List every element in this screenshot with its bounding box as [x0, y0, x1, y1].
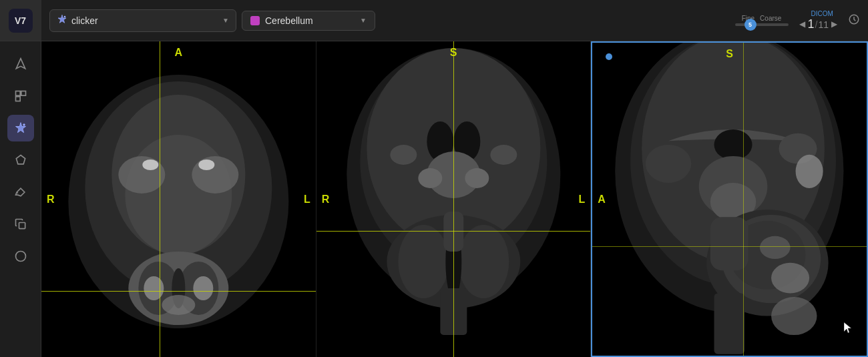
svg-point-32 — [418, 168, 442, 188]
dicom-next-button[interactable]: ▶ — [831, 19, 837, 29]
fine-coarse-slider[interactable]: 5 — [735, 23, 789, 26]
slider-track: 5 — [735, 23, 789, 26]
dicom-label: DICOM — [811, 10, 833, 17]
sidebar-item-brush[interactable] — [7, 179, 34, 206]
dicom-current-slice: 1 — [808, 17, 815, 31]
viewport-coronal[interactable]: S R L — [316, 41, 592, 357]
svg-point-56 — [646, 145, 691, 183]
viewport-sagittal[interactable]: S A — [591, 41, 868, 357]
topbar: clicker ▼ Cerebellum ▼ Fine Coarse 5 — [41, 0, 868, 41]
sidebar-item-circle[interactable] — [7, 243, 34, 270]
svg-point-41 — [490, 145, 517, 165]
axial-crosshair-h — [41, 291, 316, 292]
class-selector[interactable]: Cerebellum ▼ — [242, 11, 375, 31]
axial-label-right: L — [304, 194, 310, 206]
clock-icon[interactable] — [848, 13, 860, 28]
svg-rect-5 — [19, 223, 25, 229]
svg-point-3 — [23, 123, 25, 125]
svg-point-33 — [465, 168, 489, 188]
svg-point-59 — [771, 297, 817, 335]
coronal-label-right: L — [579, 194, 586, 206]
coarse-label: Coarse — [760, 15, 781, 22]
sidebar-item-polygon[interactable] — [7, 147, 34, 173]
svg-point-24 — [162, 295, 195, 315]
svg-point-15 — [192, 156, 238, 194]
svg-rect-0 — [15, 91, 20, 96]
class-dropdown-arrow: ▼ — [360, 17, 367, 24]
logo-button[interactable]: V7 — [0, 0, 41, 41]
sidebar-item-copy[interactable] — [7, 211, 34, 238]
coronal-crosshair-v — [453, 41, 454, 357]
sagittal-label-left: A — [598, 194, 606, 206]
tool-selector[interactable]: clicker ▼ — [49, 9, 236, 32]
svg-point-23 — [193, 276, 213, 300]
svg-rect-1 — [21, 91, 25, 96]
sidebar-item-navigate[interactable] — [7, 51, 34, 77]
svg-point-7 — [64, 15, 66, 17]
viewer-area: A R L — [41, 41, 868, 357]
svg-point-16 — [142, 159, 158, 170]
dicom-navigation: DICOM ◀ 1 / 11 ▶ — [799, 10, 837, 31]
svg-point-35 — [398, 225, 449, 298]
dicom-nav-controls: ◀ 1 / 11 ▶ — [799, 17, 837, 31]
svg-rect-2 — [15, 97, 20, 101]
slider-thumb[interactable]: 5 — [744, 19, 756, 31]
sidebar: V7 — [0, 0, 41, 357]
svg-point-40 — [390, 145, 417, 165]
svg-point-52 — [771, 263, 809, 294]
dicom-numbers: 1 / 11 — [808, 17, 829, 31]
main-content: clicker ▼ Cerebellum ▼ Fine Coarse 5 — [41, 0, 868, 357]
topbar-right: Fine Coarse 5 DICOM ◀ 1 / 11 — [735, 10, 860, 31]
cursor-icon — [844, 322, 853, 336]
svg-marker-4 — [16, 155, 25, 164]
fine-coarse-control: Fine Coarse 5 — [735, 15, 789, 26]
svg-point-53 — [760, 236, 791, 259]
tool-name-label: clicker — [71, 15, 218, 26]
coronal-label-top: S — [450, 47, 457, 59]
axial-label-left: R — [47, 194, 55, 206]
tool-dropdown-arrow: ▼ — [222, 17, 229, 24]
svg-point-58 — [796, 155, 823, 188]
sidebar-item-clicker[interactable] — [7, 115, 34, 141]
dicom-prev-button[interactable]: ◀ — [799, 19, 805, 29]
svg-rect-55 — [714, 293, 745, 354]
svg-point-22 — [144, 276, 164, 300]
viewport-axial[interactable]: A R L — [41, 41, 316, 357]
axial-crosshair-v — [160, 41, 160, 357]
class-name-label: Cerebellum — [265, 15, 355, 26]
svg-point-17 — [198, 159, 214, 170]
sidebar-item-view[interactable] — [7, 83, 34, 109]
svg-point-46 — [714, 129, 752, 160]
dicom-separator: / — [815, 19, 818, 30]
dicom-total-slices: 11 — [818, 19, 829, 30]
axial-label-top: A — [175, 47, 183, 59]
svg-point-13 — [125, 135, 232, 255]
v7-logo: V7 — [9, 9, 33, 33]
svg-point-6 — [15, 252, 25, 262]
sagittal-crosshair-v — [743, 43, 744, 356]
sagittal-crosshair-h — [592, 246, 867, 247]
coronal-label-left: R — [322, 194, 330, 206]
svg-point-36 — [458, 225, 509, 298]
sagittal-label-top: S — [726, 48, 733, 60]
tool-icon — [57, 14, 67, 27]
svg-point-14 — [118, 156, 165, 194]
class-color-dot — [250, 16, 260, 25]
